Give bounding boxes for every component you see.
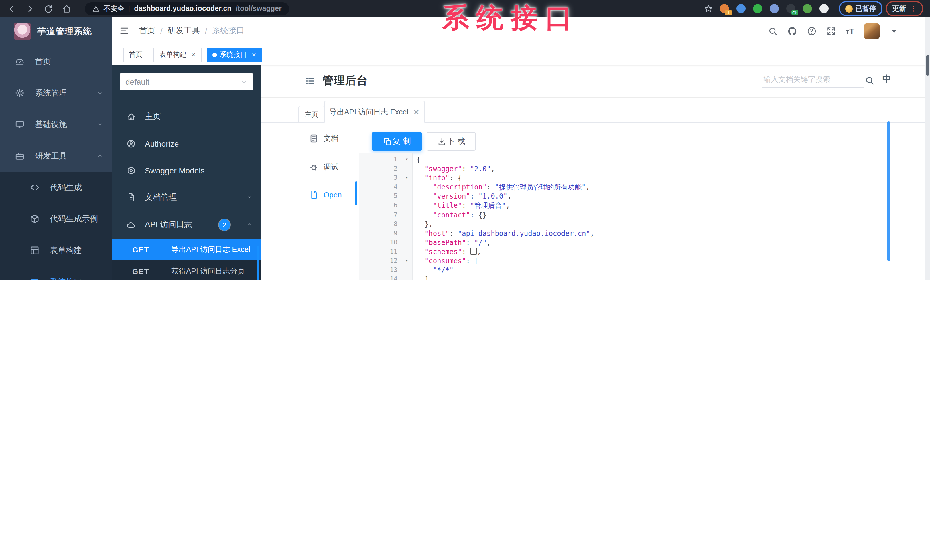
extension-icon[interactable]: Gh: [786, 4, 795, 13]
tags-bar: 首页 表单构建 × 系统接口 ×: [112, 44, 930, 64]
download-button[interactable]: 下载: [427, 132, 476, 150]
code-line: "schemes": ,: [416, 247, 887, 256]
chevron-down-icon[interactable]: [246, 194, 253, 200]
doc-tab-label: 主页: [305, 110, 319, 119]
close-icon[interactable]: ×: [191, 51, 196, 58]
gutter-line: 12▾: [359, 256, 412, 265]
extension-icon[interactable]: [753, 4, 762, 13]
app-logo[interactable]: 芋道管理系统: [0, 17, 112, 46]
browser-menu-icon[interactable]: ⋮: [910, 5, 917, 12]
extension-icon[interactable]: [803, 4, 812, 13]
browser-home-icon[interactable]: [62, 4, 72, 14]
github-icon[interactable]: [787, 26, 797, 36]
doc-search-icon[interactable]: [865, 75, 875, 85]
fold-arrow-icon[interactable]: ▾: [405, 173, 408, 182]
extension-icon[interactable]: [736, 4, 745, 13]
search-input[interactable]: [762, 72, 864, 87]
copy-button-label: 复制: [393, 136, 414, 147]
swagger-nav-item[interactable]: 文档管理: [112, 184, 260, 210]
app-menu: 首页 系统管理 基础设施 研发工具 代码生成 代码生成示例 表单构建 系统接口: [0, 46, 112, 280]
browser-back-icon[interactable]: [7, 4, 17, 14]
code-line: "version": "1.0.0",: [416, 192, 887, 201]
mini-nav-1[interactable]: 调试: [309, 158, 339, 176]
browser-forward-icon[interactable]: [25, 4, 35, 14]
api-operation-label: 获得API 访问日志分页: [171, 266, 245, 276]
sidebar-item-7[interactable]: 系统接口: [0, 266, 112, 280]
sidebar-item-label: 首页: [35, 56, 51, 67]
api-operation[interactable]: GET 导出API 访问日志 Excel: [112, 239, 260, 261]
chevron-up-icon[interactable]: [246, 221, 253, 228]
doc-tab-label: 导出API 访问日志 Excel: [329, 107, 408, 117]
help-icon[interactable]: [807, 26, 816, 36]
tag-view[interactable]: 系统接口 ×: [206, 47, 262, 62]
swagger-nav-item[interactable]: Swagger Models: [112, 157, 260, 184]
gutter-line: 13: [359, 265, 412, 275]
window-scrollbar-thumb[interactable]: [926, 55, 929, 75]
tag-view[interactable]: 表单构建 ×: [154, 47, 201, 62]
paused-extension-badge[interactable]: 已暂停: [839, 1, 882, 16]
monitor-icon: [15, 120, 25, 129]
json-editor[interactable]: 1▾23▾456789101112▾131415▾161718▾19▾20▾21…: [359, 153, 887, 280]
language-icon[interactable]: 中: [882, 74, 891, 85]
chevron-up-icon: [97, 153, 103, 159]
breadcrumb-item[interactable]: 研发工具: [168, 26, 200, 36]
fullscreen-icon[interactable]: [826, 26, 836, 36]
sidebar-item-4[interactable]: 代码生成: [0, 172, 112, 203]
bookmark-star-icon[interactable]: [704, 4, 713, 13]
sidebar-scrollbar[interactable]: [257, 246, 259, 280]
close-icon[interactable]: ×: [252, 51, 256, 58]
breadcrumb-item[interactable]: 系统接口: [212, 26, 245, 36]
search-icon[interactable]: [768, 26, 778, 36]
extension-icon[interactable]: 1: [720, 4, 729, 13]
browser-update-button[interactable]: 更新 ⋮: [886, 1, 923, 16]
sidebar-item-3[interactable]: 研发工具: [0, 140, 112, 172]
breadcrumb-item[interactable]: 首页: [139, 26, 155, 36]
chevron-down-icon: [97, 121, 103, 127]
sidebar-item-0[interactable]: 首页: [0, 46, 112, 77]
copy-button[interactable]: 复制: [372, 132, 422, 150]
editor-code: { "swagger": "2.0", "info": { "descripti…: [413, 153, 887, 280]
swagger-nav-label: Swagger Models: [145, 166, 205, 175]
extension-icon[interactable]: [819, 4, 828, 13]
chevron-down-icon: [240, 78, 247, 85]
sidebar-item-5[interactable]: 代码生成示例: [0, 203, 112, 235]
window-scrollbar[interactable]: [925, 17, 930, 280]
browser-reload-icon[interactable]: [43, 4, 53, 14]
mini-nav-2[interactable]: Open: [309, 186, 342, 204]
api-group-select[interactable]: default: [120, 73, 253, 91]
close-icon[interactable]: ✕: [413, 108, 419, 116]
sidebar-item-1[interactable]: 系统管理: [0, 77, 112, 109]
code-line: },: [416, 219, 887, 229]
form-icon: [30, 245, 40, 255]
collapse-menu-icon[interactable]: [119, 26, 129, 36]
tag-view[interactable]: 首页: [123, 47, 148, 62]
font-size-icon[interactable]: TT: [845, 27, 855, 35]
fold-arrow-icon[interactable]: ▾: [405, 155, 408, 164]
security-label: 不安全: [104, 4, 124, 14]
gutter-line: 8: [359, 219, 412, 229]
sidebar-item-6[interactable]: 表单构建: [0, 235, 112, 266]
doc-tab-1[interactable]: 导出API 访问日志 Excel ✕: [324, 101, 425, 123]
gear-icon: [15, 88, 25, 98]
paused-label: 已暂停: [856, 4, 876, 14]
fold-arrow-icon[interactable]: ▾: [405, 256, 408, 265]
sidebar-item-label: 研发工具: [35, 151, 67, 161]
page-scrollbar[interactable]: [887, 121, 890, 261]
swagger-menu: 主页 Authorize Swagger Models 文档管理 API 访问日…: [112, 103, 260, 280]
content-area: default 主页 Authorize Swagger Models 文档管理: [112, 64, 930, 280]
user-avatar[interactable]: [864, 23, 879, 38]
api-group[interactable]: API 访问日志 2: [112, 210, 260, 239]
auth-icon: [126, 139, 136, 148]
address-bar[interactable]: 不安全 | dashboard.yudao.iocoder.cn/tool/sw…: [85, 2, 289, 15]
sidebar-item-label: 表单构建: [50, 245, 82, 256]
doc-tab-0[interactable]: 主页: [298, 106, 325, 123]
doc-title-bar: 管理后台 中: [260, 64, 930, 98]
collapsed-array-widget[interactable]: [470, 248, 477, 255]
swagger-nav-item[interactable]: 主页: [112, 103, 260, 130]
sidebar-item-2[interactable]: 基础设施: [0, 109, 112, 140]
api-operation[interactable]: GET 获得API 访问日志分页: [112, 261, 260, 280]
caret-down-icon[interactable]: [889, 26, 899, 36]
swagger-nav-item[interactable]: Authorize: [112, 130, 260, 157]
extension-icon[interactable]: [770, 4, 779, 13]
mini-nav-0[interactable]: 文档: [309, 129, 339, 148]
